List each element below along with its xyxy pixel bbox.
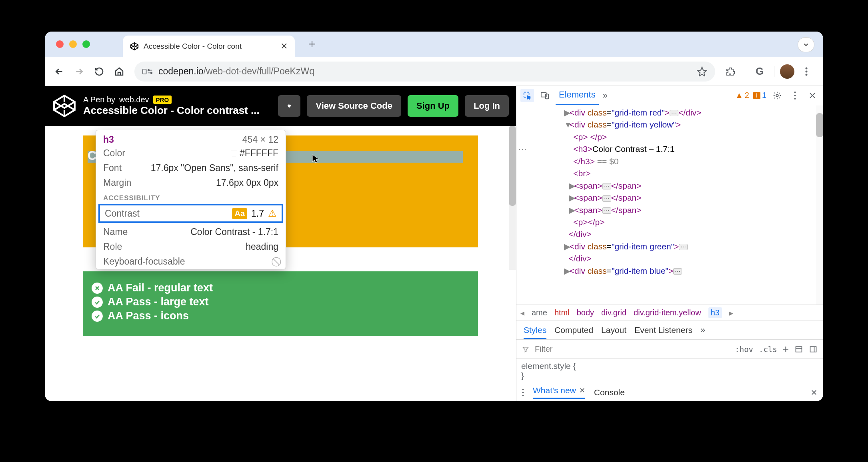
status-line: AA Fail - regular text (92, 282, 469, 294)
svg-rect-13 (796, 346, 802, 352)
console-tab[interactable]: Console (594, 388, 625, 397)
svg-point-2 (151, 72, 152, 73)
styles-filter-bar: :hov .cls + (516, 340, 823, 359)
svg-rect-0 (143, 69, 146, 74)
whats-new-tab[interactable]: What's new✕ (533, 386, 585, 399)
layout-tab[interactable]: Layout (601, 325, 626, 335)
heart-button[interactable] (278, 95, 300, 117)
computed-sidebar-icon[interactable] (794, 345, 803, 353)
back-button[interactable] (50, 63, 68, 80)
dom-tree[interactable]: ▶<div class="grid-item red">⋯</div> ▼<di… (516, 105, 823, 305)
reload-button[interactable] (90, 63, 108, 80)
google-icon[interactable]: G (751, 63, 768, 80)
kebab-icon[interactable] (788, 89, 802, 102)
browser-tab[interactable]: Accessible Color - Color cont ✕ (123, 36, 295, 57)
styles-tab[interactable]: Styles (524, 321, 546, 339)
pen-title: Accessible Color - Color contrast ... (83, 104, 260, 117)
devtools-scrollbar[interactable] (816, 105, 823, 305)
signup-button[interactable]: Sign Up (408, 95, 458, 117)
dom-breadcrumb[interactable]: ◂ ame html body div.grid div.grid-item.y… (516, 305, 823, 321)
tab-strip: Accessible Color - Color cont ✕ ＋ (45, 32, 823, 57)
close-drawer-icon[interactable] (810, 389, 818, 396)
crumb[interactable]: div.grid-item.yellow (634, 308, 701, 317)
codepen-header: A Pen by web.dev PRO Accessible Color - … (45, 86, 516, 126)
svg-rect-14 (810, 346, 816, 352)
tooltip-value: #FFFFFF (231, 148, 278, 159)
status-text: AA Pass - icons (108, 310, 189, 322)
by-author[interactable]: web.dev (119, 95, 149, 104)
inspect-element-icon[interactable] (520, 89, 534, 102)
chevron-right-icon[interactable]: ▸ (729, 308, 733, 318)
site-info-icon[interactable] (142, 68, 153, 75)
status-line: AA Pass - large text (92, 296, 469, 308)
crumb[interactable]: body (577, 308, 594, 317)
svg-point-17 (522, 394, 524, 396)
scrollbar-thumb[interactable] (509, 126, 516, 206)
dom-h3-text: Color Contrast – 1.7:1 (592, 144, 674, 153)
content-split: A Pen by web.dev PRO Accessible Color - … (45, 86, 823, 401)
fail-icon (92, 283, 103, 294)
element-style-open: element.style { (521, 361, 818, 371)
tooltip-value: heading (246, 241, 278, 252)
minimize-window-button[interactable] (69, 40, 77, 48)
scrollbar-thumb[interactable] (816, 113, 823, 137)
device-toolbar-icon[interactable] (538, 89, 552, 102)
svg-point-11 (794, 95, 796, 96)
hov-toggle[interactable]: :hov (735, 345, 753, 354)
svg-point-10 (794, 92, 796, 93)
new-style-icon[interactable]: + (783, 343, 789, 355)
home-button[interactable] (110, 63, 128, 80)
toolbar: codepen.io/web-dot-dev/full/PoeKzWq G (45, 57, 823, 86)
issues-warnings[interactable]: ▲2 (735, 91, 749, 100)
inspected-tag: h3 (103, 134, 114, 145)
login-button[interactable]: Log In (465, 95, 509, 117)
close-tab-icon[interactable]: ✕ (280, 41, 288, 52)
extensions-icon[interactable] (722, 63, 739, 80)
view-source-button[interactable]: View Source Code (307, 95, 401, 117)
toolbar-actions: G (722, 63, 818, 80)
new-tab-button[interactable]: ＋ (306, 36, 318, 52)
cls-toggle[interactable]: .cls (759, 345, 777, 354)
event-listeners-tab[interactable]: Event Listeners (634, 325, 692, 335)
issues-info[interactable]: i1 (753, 91, 766, 100)
toggle-sidebar-icon[interactable] (809, 345, 818, 353)
by-prefix: A Pen by (83, 95, 115, 104)
address-bar[interactable]: codepen.io/web-dot-dev/full/PoeKzWq (134, 62, 715, 82)
computed-tab[interactable]: Computed (554, 325, 593, 335)
tooltip-section-heading: ACCESSIBILITY (96, 190, 286, 202)
crumb[interactable]: html (554, 308, 570, 317)
settings-icon[interactable] (770, 89, 784, 102)
crumb[interactable]: div.grid (601, 308, 626, 317)
crumb[interactable]: ame (532, 308, 547, 317)
more-tabs-icon[interactable]: » (700, 325, 705, 335)
svg-point-15 (522, 388, 524, 390)
star-icon[interactable] (697, 66, 707, 77)
styles-tabbar: Styles Computed Layout Event Listeners » (516, 321, 823, 340)
page-viewport: A Pen by web.dev PRO Accessible Color - … (45, 86, 516, 401)
contrast-aa-badge: Aa (232, 208, 247, 219)
kebab-menu-icon[interactable] (798, 63, 815, 80)
filter-icon (522, 346, 529, 353)
eq-zero: == $0 (597, 157, 619, 166)
devtools-panel: Elements » ▲2 i1 ▶<div class="grid-item … (516, 86, 823, 401)
tab-overflow-button[interactable] (798, 37, 814, 52)
forward-button[interactable] (70, 63, 88, 80)
close-devtools-icon[interactable] (806, 89, 819, 102)
devtools-drawer: What's new✕ Console (516, 383, 823, 401)
url-text: codepen.io/web-dot-dev/full/PoeKzWq (158, 66, 314, 77)
filter-input[interactable] (535, 345, 729, 354)
elements-tab[interactable]: Elements (556, 86, 599, 105)
drawer-kebab-icon[interactable] (522, 388, 524, 396)
close-tab-icon[interactable]: ✕ (579, 386, 585, 395)
tooltip-label: Color (103, 148, 125, 159)
scrollbar[interactable] (509, 126, 516, 270)
profile-avatar[interactable] (780, 64, 794, 79)
fullscreen-window-button[interactable] (82, 40, 90, 48)
chevron-left-icon[interactable]: ◂ (520, 308, 524, 318)
more-tabs-icon[interactable]: » (603, 90, 608, 101)
close-window-button[interactable] (56, 40, 64, 48)
styles-pane[interactable]: element.style { } (516, 359, 823, 383)
codepen-logo-icon[interactable] (52, 94, 77, 118)
crumb-selected[interactable]: h3 (708, 307, 722, 318)
pass-icon (92, 311, 103, 322)
